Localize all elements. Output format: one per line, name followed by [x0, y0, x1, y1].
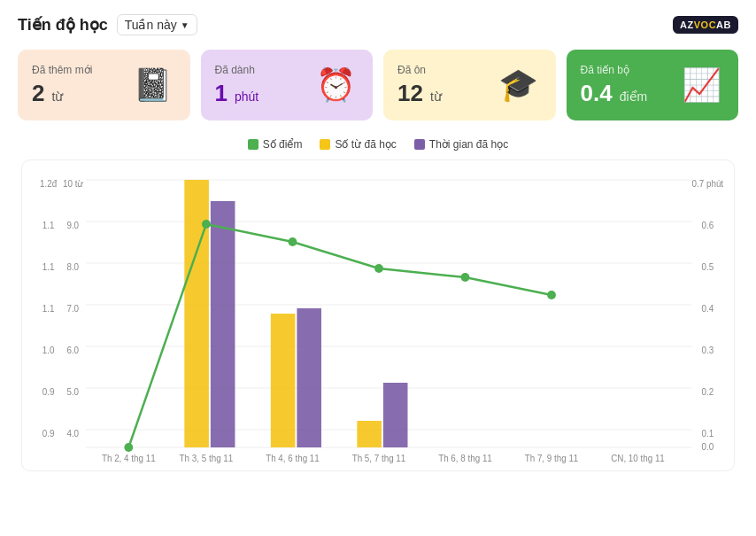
stat-card-reviewed: Đã ôn 12 từ 🎓 — [383, 50, 556, 120]
stat-card-progress: Đã tiến bộ 0.4 điểm 📈 — [567, 50, 739, 120]
legend-label-words: Số từ đã học — [335, 138, 396, 151]
chevron-down-icon: ▼ — [181, 20, 189, 30]
x-label-6: CN, 10 thg 11 — [611, 454, 665, 463]
svg-text:1.1: 1.1 — [42, 221, 55, 230]
stat-icon-added: 📓 — [130, 62, 176, 108]
legend-dot-score — [248, 139, 258, 150]
logo: AZVOCAB — [673, 16, 738, 34]
svg-text:1.1: 1.1 — [42, 262, 55, 272]
x-label-3: Th 5, 7 thg 11 — [352, 454, 406, 463]
stat-value-reviewed: 12 — [397, 80, 423, 107]
legend-item-score: Số điểm — [248, 138, 303, 151]
stat-card-studied: Đã dành 1 phút ⏰ — [201, 50, 374, 120]
svg-text:4.0: 4.0 — [66, 429, 79, 439]
x-label-5: Th 7, 9 thg 11 — [525, 454, 579, 463]
stat-card-added: Đã thêm mới 2 từ 📓 — [18, 50, 190, 120]
stat-icon-progress: 📈 — [678, 62, 724, 108]
score-dot-3 — [374, 264, 383, 273]
chart-inner: 1.2đ 1.1 1.1 1.1 1.0 0.9 0.9 10 từ 9.0 8… — [29, 171, 727, 463]
x-label-2: Th 4, 6 thg 11 — [266, 454, 320, 463]
bar-purple-2 — [297, 308, 321, 447]
stat-unit-progress: điểm — [620, 89, 648, 104]
stat-value-progress: 0.4 — [581, 80, 613, 107]
score-dot-2 — [289, 237, 297, 246]
bar-purple-1 — [211, 201, 235, 447]
stat-unit-studied: phút — [235, 89, 258, 104]
svg-text:0.2: 0.2 — [701, 387, 714, 397]
svg-text:0.0: 0.0 — [701, 442, 714, 452]
svg-text:6.0: 6.0 — [66, 346, 79, 355]
legend-dot-words — [320, 139, 330, 150]
svg-text:10 từ: 10 từ — [63, 179, 83, 189]
svg-text:7.0: 7.0 — [66, 304, 79, 314]
stat-value-added: 2 — [32, 80, 44, 107]
legend-label-score: Số điểm — [263, 138, 303, 151]
legend-item-words: Số từ đã học — [320, 138, 396, 151]
x-label-0: Th 2, 4 thg 11 — [102, 454, 156, 463]
legend-dot-time — [414, 139, 425, 150]
svg-text:0.1: 0.1 — [701, 429, 714, 439]
x-label-1: Th 3, 5 thg 11 — [180, 454, 234, 463]
chart-legend: Số điểm Số từ đã học Thời gian đã học — [18, 138, 738, 151]
bar-yellow-2 — [271, 314, 296, 447]
svg-text:9.0: 9.0 — [66, 221, 79, 230]
svg-text:1.1: 1.1 — [42, 304, 55, 314]
svg-text:0.6: 0.6 — [701, 221, 714, 230]
svg-text:0.5: 0.5 — [701, 262, 714, 272]
stat-unit-reviewed: từ — [430, 89, 442, 104]
legend-label-time: Thời gian đã học — [429, 138, 508, 151]
chart-container: 1.2đ 1.1 1.1 1.1 1.0 0.9 0.9 10 từ 9.0 8… — [21, 159, 735, 471]
svg-text:0.7 phút: 0.7 phút — [692, 179, 724, 189]
stat-label-studied: Đã dành — [215, 64, 259, 76]
score-dot-0 — [124, 443, 133, 452]
bar-purple-3 — [383, 383, 408, 447]
stat-unit-added: từ — [51, 89, 63, 104]
score-dot-1 — [202, 220, 211, 229]
svg-text:0.4: 0.4 — [701, 304, 714, 314]
stat-icon-studied: ⏰ — [312, 62, 359, 108]
stat-value-studied: 1 — [215, 80, 228, 107]
stat-label-progress: Đã tiến bộ — [581, 64, 648, 76]
svg-text:0.9: 0.9 — [42, 387, 55, 397]
svg-text:1.0: 1.0 — [42, 346, 55, 355]
svg-text:8.0: 8.0 — [66, 262, 79, 272]
svg-text:1.2đ: 1.2đ — [40, 179, 58, 189]
page-title: Tiến độ học — [18, 15, 108, 35]
dropdown-label: Tuần này — [125, 18, 177, 32]
chart-svg: 1.2đ 1.1 1.1 1.1 1.0 0.9 0.9 10 từ 9.0 8… — [29, 171, 727, 463]
svg-text:5.0: 5.0 — [66, 387, 79, 397]
period-dropdown[interactable]: Tuần này ▼ — [117, 14, 197, 35]
stats-row: Đã thêm mới 2 từ 📓 Đã dành 1 phút ⏰ Đã ô… — [18, 50, 738, 120]
score-dot-4 — [461, 273, 470, 282]
stat-icon-reviewed: 🎓 — [496, 62, 542, 108]
stat-label-added: Đã thêm mới — [32, 64, 92, 76]
x-label-4: Th 6, 8 thg 11 — [438, 454, 492, 463]
stat-label-reviewed: Đã ôn — [397, 64, 442, 76]
logo-accent: VOC — [694, 19, 716, 30]
svg-text:0.9: 0.9 — [42, 429, 55, 439]
svg-text:0.3: 0.3 — [701, 346, 714, 355]
legend-item-time: Thời gian đã học — [414, 138, 508, 151]
bar-yellow-3 — [357, 421, 382, 447]
score-dot-5 — [547, 291, 556, 299]
header: Tiến độ học Tuần này ▼ AZVOCAB — [18, 14, 738, 35]
